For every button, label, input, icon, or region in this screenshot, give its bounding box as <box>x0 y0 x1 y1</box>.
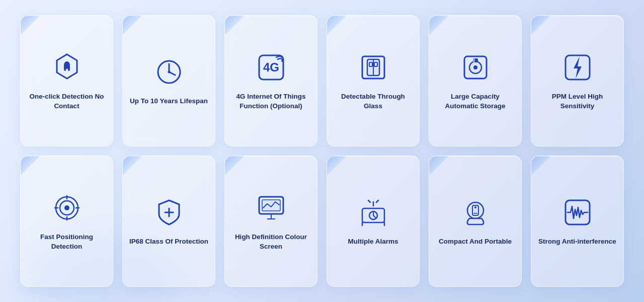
hd-colour-label: High Definition Colour Screen <box>230 233 312 251</box>
feature-card-detectable-glass: Detectable Through Glass <box>327 15 420 146</box>
large-capacity-icon <box>458 50 493 85</box>
svg-line-39 <box>376 200 378 202</box>
svg-point-5 <box>168 71 170 73</box>
multiple-alarms-icon <box>356 195 391 230</box>
up-to-10-years-label: Up To 10 Years Lifespan <box>130 97 208 106</box>
feature-card-up-to-10-years: Up To 10 Years Lifespan <box>122 15 215 146</box>
hd-colour-icon <box>254 190 289 225</box>
strong-anti-label: Strong Anti-interference <box>538 237 616 246</box>
svg-point-23 <box>64 205 69 210</box>
svg-point-16 <box>473 65 477 69</box>
feature-card-strong-anti: Strong Anti-interference <box>531 156 624 287</box>
feature-card-ppm-level: PPM Level High Sensitivity <box>531 15 624 146</box>
multiple-alarms-label: Multiple Alarms <box>348 237 398 246</box>
strong-anti-icon <box>560 195 595 230</box>
feature-card-fast-positioning: Fast Positioning Detection <box>20 156 113 287</box>
detectable-glass-label: Detectable Through Glass <box>332 92 414 110</box>
svg-point-47 <box>474 206 476 208</box>
large-capacity-label: Large Capacity Automatic Storage <box>434 92 516 110</box>
feature-card-compact-portable: Compact And Portable <box>429 156 522 287</box>
ip68-label: IP68 Class Of Protection <box>129 237 208 246</box>
feature-card-one-click-detection: One-click Detection No Contact <box>20 15 113 146</box>
detectable-glass-icon <box>356 50 391 85</box>
svg-rect-31 <box>262 200 280 211</box>
feature-card-ip68: IP68 Class Of Protection <box>122 156 215 287</box>
ppm-level-icon <box>560 50 595 85</box>
feature-card-4g-iot: 4G 4G Internet Of Things Function (Optio… <box>224 15 317 146</box>
4g-iot-icon: 4G <box>254 50 289 85</box>
ip68-icon <box>151 195 187 230</box>
4g-iot-label: 4G Internet Of Things Function (Optional… <box>230 92 312 110</box>
ppm-level-label: PPM Level High Sensitivity <box>536 92 618 110</box>
feature-card-large-capacity: Large Capacity Automatic Storage <box>429 15 522 146</box>
svg-point-1 <box>65 66 68 69</box>
compact-portable-label: Compact And Portable <box>439 237 512 246</box>
compact-portable-icon <box>458 195 493 230</box>
svg-line-38 <box>368 200 370 202</box>
fast-positioning-label: Fast Positioning Detection <box>26 233 108 251</box>
svg-point-8 <box>281 60 283 62</box>
up-to-10-years-icon <box>151 54 187 90</box>
features-grid: One-click Detection No Contact Up To 10 … <box>0 0 644 302</box>
svg-text:4G: 4G <box>263 60 279 74</box>
one-click-detection-label: One-click Detection No Contact <box>26 92 108 110</box>
svg-rect-18 <box>473 58 475 62</box>
feature-card-multiple-alarms: Multiple Alarms <box>327 156 420 287</box>
one-click-detection-icon <box>49 50 85 85</box>
fast-positioning-icon <box>49 190 85 225</box>
feature-card-hd-colour: High Definition Colour Screen <box>224 156 317 287</box>
